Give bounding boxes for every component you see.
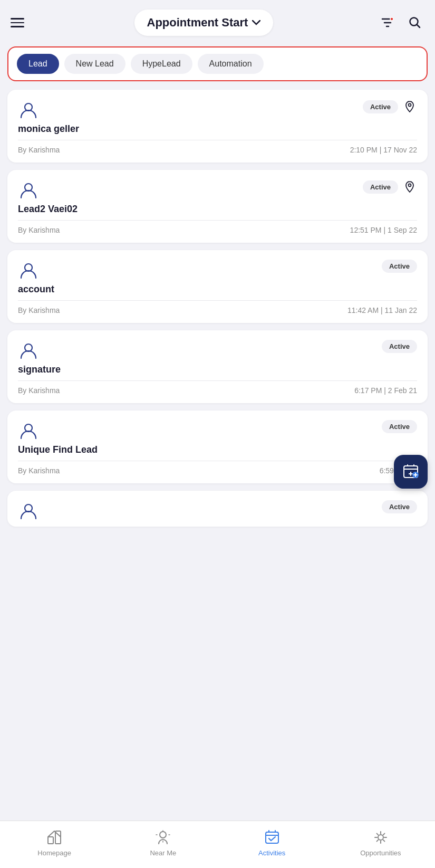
lead-card[interactable]: Active Lead2 Vaei02 By Karishma 12:51 PM… xyxy=(7,170,428,243)
tab-hype-lead[interactable]: HypeLead xyxy=(131,54,192,74)
nav-activities[interactable]: Activities xyxy=(218,821,326,868)
person-icon xyxy=(18,340,39,361)
nav-opportunities[interactable]: Opportunities xyxy=(326,821,435,868)
fab-button[interactable] xyxy=(394,455,428,489)
svg-point-4 xyxy=(25,184,32,191)
lead-name: Lead2 Vaei02 xyxy=(18,204,417,215)
lead-name: account xyxy=(18,284,417,295)
activities-icon xyxy=(264,829,281,846)
tab-new-lead[interactable]: New Lead xyxy=(64,54,125,74)
status-badge: Active xyxy=(382,340,417,353)
status-badge: Active xyxy=(382,260,417,273)
lead-by: By Karishma xyxy=(18,146,60,154)
homepage-icon xyxy=(46,829,63,846)
lead-time: 6:17 PM | 2 Feb 21 xyxy=(354,386,417,395)
nav-homepage[interactable]: Homepage xyxy=(0,821,109,868)
svg-point-2 xyxy=(25,103,32,111)
header-title-dropdown[interactable]: Appointment Start xyxy=(134,9,274,36)
svg-rect-15 xyxy=(266,832,278,843)
header-title: Appointment Start xyxy=(147,16,248,30)
lead-card[interactable]: Active signature By Karishma 6:17 PM | 2… xyxy=(7,330,428,403)
lead-card[interactable]: Active Unique Find Lead By Karishma 6:59… xyxy=(7,411,428,483)
app-header: Appointment Start xyxy=(0,0,435,42)
leads-list: Active monica geller By Karishma 2:10 PM… xyxy=(0,90,435,483)
svg-point-16 xyxy=(378,835,383,840)
person-icon xyxy=(18,99,39,120)
svg-point-5 xyxy=(409,184,411,187)
lead-card-with-fab: Active Unique Find Lead By Karishma 6:59… xyxy=(7,411,428,483)
bottom-navigation: Homepage Near Me Activities xyxy=(0,821,435,868)
lead-card[interactable]: Active monica geller By Karishma 2:10 PM… xyxy=(7,90,428,163)
svg-point-0 xyxy=(390,17,393,21)
person-icon xyxy=(18,420,39,441)
lead-by: By Karishma xyxy=(18,466,60,475)
tab-lead[interactable]: Lead xyxy=(17,54,59,74)
lead-name: monica geller xyxy=(18,123,417,135)
svg-point-14 xyxy=(160,832,166,838)
person-icon xyxy=(18,179,39,201)
svg-rect-12 xyxy=(48,837,53,844)
nav-near-me-label: Near Me xyxy=(150,849,176,857)
lead-name: Unique Find Lead xyxy=(18,444,417,455)
person-icon xyxy=(18,500,39,521)
nav-homepage-label: Homepage xyxy=(37,849,71,857)
filter-icon[interactable] xyxy=(378,13,397,32)
chevron-down-icon xyxy=(252,20,260,25)
svg-point-6 xyxy=(25,264,32,271)
lead-by: By Karishma xyxy=(18,386,60,395)
lead-time: 11:42 AM | 11 Jan 22 xyxy=(347,306,417,314)
location-icon[interactable] xyxy=(402,99,417,114)
search-icon[interactable] xyxy=(405,13,424,32)
location-icon[interactable] xyxy=(402,179,417,194)
header-action-icons xyxy=(378,13,424,32)
lead-name: signature xyxy=(18,364,417,375)
lead-by: By Karishma xyxy=(18,306,60,314)
lead-card[interactable]: Active account By Karishma 11:42 AM | 11… xyxy=(7,250,428,323)
nav-opportunities-label: Opportunities xyxy=(360,849,401,857)
status-badge: Active xyxy=(382,420,417,433)
person-icon xyxy=(18,260,39,281)
svg-point-3 xyxy=(409,104,411,107)
nav-activities-label: Activities xyxy=(258,849,285,857)
lead-time: 2:10 PM | 17 Nov 22 xyxy=(350,146,417,154)
lead-time: 12:51 PM | 1 Sep 22 xyxy=(350,226,417,234)
partial-lead-card: Active xyxy=(7,491,428,527)
near-me-icon xyxy=(154,829,171,846)
menu-icon[interactable] xyxy=(11,13,30,32)
filter-tabs: Lead New Lead HypeLead Automation xyxy=(7,46,428,81)
tab-automation[interactable]: Automation xyxy=(198,54,264,74)
status-badge: Active xyxy=(363,100,398,113)
opportunities-icon xyxy=(372,829,389,846)
nav-near-me[interactable]: Near Me xyxy=(109,821,217,868)
status-badge: Active xyxy=(382,500,417,513)
status-badge: Active xyxy=(363,180,398,194)
lead-by: By Karishma xyxy=(18,226,60,234)
